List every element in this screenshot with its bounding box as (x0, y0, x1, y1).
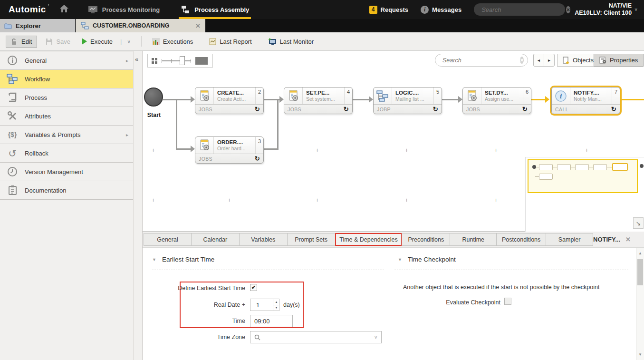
job-icon (284, 88, 302, 104)
tab-runtime[interactable]: Runtime (450, 233, 497, 246)
time-checkpoint-section-header[interactable]: ▼ Time Checkpoint (398, 256, 456, 263)
rerun-icon: ↻ (433, 106, 438, 112)
grid-view-icon[interactable] (152, 58, 157, 64)
sidebar-item-documentation[interactable]: Documentation (0, 181, 133, 200)
workflow-node-order[interactable]: ORDER....Order hard... 3 JOBS↻ (195, 136, 264, 164)
global-search[interactable]: ✕ (474, 3, 565, 16)
sidebar-item-process[interactable]: Process (0, 88, 133, 107)
connector-highlighted (531, 99, 545, 100)
time-zone-combobox[interactable]: ˅ (250, 331, 382, 343)
minimap-selected-node (612, 163, 628, 171)
minimap-viewport[interactable] (528, 159, 638, 193)
global-search-input[interactable] (481, 6, 566, 13)
define-earliest-start-time-checkbox[interactable] (250, 284, 257, 291)
object-properties-tab[interactable]: NOTIFY... ✕ (593, 236, 631, 243)
executions-button[interactable]: Executions (152, 38, 193, 45)
workflow-node-logic[interactable]: LOGIC....Mailing list ... 5 JOBP↻ (373, 87, 442, 114)
canvas-search-input[interactable] (442, 57, 520, 64)
tab-variables[interactable]: Variables (239, 233, 288, 246)
document-tab-row: Explorer CUSTOMER.ONBOARDING ✕ (0, 19, 644, 32)
collapse-triangle-icon[interactable]: ▼ (152, 257, 156, 262)
account-info[interactable]: NAT/VIE AE10LLV: Client 100 (575, 2, 632, 17)
requests-link[interactable]: Requests (381, 6, 409, 13)
last-report-button[interactable]: Last Report (209, 38, 251, 45)
workflow-node-setpe[interactable]: SET.PE...Set system... 4 JOBS↻ (284, 87, 353, 114)
chevron-down-icon[interactable]: ˅ (375, 334, 377, 340)
tab-calendar[interactable]: Calendar (191, 233, 240, 246)
tab-process-assembly[interactable]: Process Assembly (179, 0, 251, 19)
tab-sampler[interactable]: Sampler (546, 233, 593, 246)
workflow-canvas[interactable]: ✕ ◂ ▸ Objects Properties + (143, 51, 644, 232)
tools-icon (6, 111, 19, 121)
execute-button[interactable]: Execute | ∨ (82, 38, 131, 45)
sidebar-item-version-management[interactable]: Version Management (0, 163, 133, 181)
zoom-control (147, 54, 213, 68)
collapse-triangle-icon[interactable]: ▼ (398, 257, 402, 262)
sidebar-item-attributes[interactable]: Attributes (0, 107, 133, 126)
prev-result-button[interactable]: ◂ (533, 54, 544, 67)
start-node[interactable] (144, 88, 163, 107)
clipboard-icon (6, 185, 19, 195)
scroll-down-icon[interactable]: ▼ (636, 352, 644, 357)
tab-general[interactable]: General (144, 233, 192, 246)
sidebar-item-general[interactable]: General ▸ (0, 51, 133, 70)
save-button[interactable]: Save (46, 38, 70, 45)
evaluate-checkpoint-checkbox[interactable] (504, 298, 511, 305)
earliest-start-time-section-header[interactable]: ▼ Earliest Start Time (152, 256, 214, 263)
evaluate-checkpoint-label: Evaluate Checkpoint (405, 299, 500, 306)
edit-button[interactable]: Edit (6, 36, 37, 48)
sidebar-collapse-strip: « (133, 51, 143, 360)
node-order-number: 2 (256, 88, 263, 104)
tab-time-dependencies[interactable]: Time & Dependencies (335, 233, 403, 246)
connector-arrow-icon (279, 96, 284, 103)
zoom-slider[interactable] (162, 56, 191, 65)
real-date-label: Real Date + (174, 302, 245, 308)
minimap-resize-icon[interactable]: ↘ (633, 217, 644, 229)
search-icon (254, 334, 260, 341)
search-clear-icon[interactable]: ✕ (566, 6, 570, 13)
close-icon[interactable]: ✕ (195, 22, 201, 29)
workflow-node-create[interactable]: CREATE...Create Acti... 2 JOBS↻ (195, 87, 264, 114)
sidebar-item-workflow[interactable]: Workflow (0, 70, 133, 88)
messages-link[interactable]: Messages (432, 6, 461, 13)
days-label: day(s) (283, 302, 312, 308)
scrollbar-thumb[interactable] (637, 259, 643, 285)
collapse-sidebar-icon[interactable]: « (135, 56, 138, 63)
connector-arrow-icon (458, 96, 462, 103)
properties-button[interactable]: Properties (594, 54, 644, 67)
sidebar-item-rollback[interactable]: ↺ Rollback (0, 144, 133, 163)
node-type-label: JOBP (377, 107, 391, 112)
home-icon[interactable] (59, 4, 69, 15)
sidebar-item-variables-prompts[interactable]: {$} Variables & Prompts ▸ (0, 126, 133, 144)
zoom-slider-handle[interactable] (180, 56, 185, 65)
save-icon (46, 38, 53, 45)
real-date-spinner[interactable]: ▲▼ (273, 299, 279, 311)
tab-postconditions[interactable]: Postconditions (496, 233, 546, 246)
panel-scrollbar[interactable]: ▲ ▼ (636, 248, 644, 360)
tab-prompt-sets[interactable]: Prompt Sets (287, 233, 336, 246)
account-chevron-icon[interactable]: ˅ (634, 7, 637, 12)
objects-button[interactable]: Objects (557, 54, 599, 67)
connector-arrow-icon (369, 96, 373, 103)
tab-customer-onboarding[interactable]: CUSTOMER.ONBOARDING ✕ (76, 19, 205, 32)
close-icon[interactable]: ✕ (625, 236, 631, 243)
minimap[interactable]: ↘ (525, 157, 644, 232)
tab-explorer[interactable]: Explorer (0, 19, 76, 32)
report-icon (209, 38, 216, 45)
minimap-start-dot (532, 165, 536, 169)
execute-dropdown-icon[interactable]: ∨ (127, 39, 130, 44)
last-monitor-button[interactable]: Last Monitor (268, 38, 314, 45)
tab-process-monitoring[interactable]: Process Monitoring (86, 0, 162, 19)
node-order-number: 7 (612, 88, 620, 104)
next-result-button[interactable]: ▸ (544, 54, 555, 67)
variables-icon: {$} (6, 131, 19, 138)
search-clear-icon[interactable]: ✕ (520, 57, 524, 64)
tab-preconditions[interactable]: Preconditions (402, 233, 450, 246)
workflow-node-setdy[interactable]: SET.DY...Assign use... 6 JOBS↻ (462, 87, 531, 114)
time-input[interactable] (250, 315, 293, 327)
zoom-fit-icon[interactable] (195, 57, 208, 65)
job-icon (195, 88, 213, 104)
scroll-up-icon[interactable]: ▲ (636, 251, 644, 255)
canvas-search[interactable]: ✕ (435, 54, 528, 67)
workflow-node-notify-selected[interactable]: i NOTIFY....Notify Man... 7 CALL↻ (551, 87, 620, 114)
